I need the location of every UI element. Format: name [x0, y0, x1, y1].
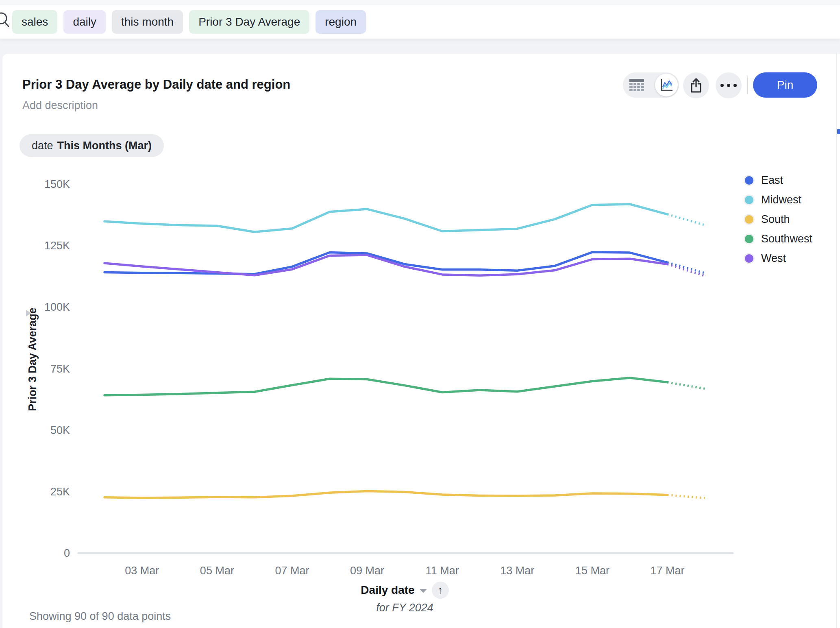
y-axis-tick-label: 75K [17, 363, 70, 375]
x-axis-tick-label: 17 Mar [641, 565, 694, 577]
chevron-down-icon[interactable] [420, 589, 427, 593]
right-scroll-indicator[interactable] [837, 129, 840, 134]
x-axis-tick-label: 03 Mar [115, 565, 168, 577]
x-axis-tick-label: 13 Mar [491, 565, 544, 577]
y-axis-tick-label: 100K [17, 301, 70, 314]
x-axis-field-label: Daily date [361, 584, 414, 597]
legend-label: East [761, 174, 783, 187]
legend-item-east[interactable]: East [745, 170, 812, 190]
search-icon [0, 10, 13, 33]
legend-item-west[interactable]: West [745, 249, 812, 268]
legend-dot [745, 176, 753, 185]
app-window: salesdailythis monthPrior 3 Day Averager… [0, 0, 840, 628]
legend-item-south[interactable]: South [745, 209, 812, 229]
move-up-button[interactable]: ↑ [432, 582, 449, 599]
legend-label: West [761, 252, 786, 265]
legend-label: Southwest [761, 233, 812, 245]
daily-date-control[interactable]: Daily date ↑ [104, 582, 705, 599]
ellipsis-icon [720, 83, 737, 87]
x-axis-tick-label: 11 Mar [416, 565, 469, 577]
axis-expand-icon[interactable] [26, 310, 31, 316]
y-axis-tick-label: 0 [17, 547, 70, 560]
toolbar-divider [747, 76, 748, 94]
chart-view-button[interactable] [655, 74, 678, 96]
search-token[interactable]: Prior 3 Day Average [189, 10, 309, 34]
date-filter-chip[interactable]: dateThis Months (Mar) [20, 134, 164, 157]
table-chart-toggle[interactable] [623, 72, 679, 98]
search-token[interactable]: daily [63, 10, 106, 34]
x-axis-tick-label: 15 Mar [566, 565, 619, 577]
legend-item-southwest[interactable]: Southwest [745, 229, 812, 249]
legend-dot [745, 235, 753, 243]
y-axis-tick-label: 50K [17, 424, 70, 437]
share-button[interactable] [683, 72, 709, 98]
search-token-row: salesdailythis monthPrior 3 Day Averager… [12, 10, 366, 34]
search-bar[interactable]: salesdailythis monthPrior 3 Day Averager… [0, 5, 840, 39]
legend-label: South [761, 213, 790, 226]
line-chart-icon [659, 78, 674, 92]
share-icon [689, 77, 703, 94]
top-strip [0, 0, 840, 5]
legend-dot [745, 215, 753, 224]
page-title: Prior 3 Day Average by Daily date and re… [22, 77, 290, 92]
x-axis-tick-label: 05 Mar [191, 565, 244, 577]
legend-dot [745, 254, 753, 263]
right-panel-edge [836, 54, 837, 628]
table-view-button table-icon[interactable] [629, 79, 645, 91]
y-axis-tick-label: 25K [17, 486, 70, 498]
legend-item-midwest[interactable]: Midwest [745, 190, 812, 209]
arrow-up-icon: ↑ [437, 585, 443, 596]
x-axis-tick-label: 09 Mar [341, 565, 394, 577]
search-token[interactable]: region [316, 10, 366, 34]
add-description[interactable]: Add description [22, 99, 98, 112]
fy-subtitle: for FY 2024 [104, 602, 705, 614]
x-axis-tick-label: 07 Mar [266, 565, 319, 577]
y-axis-tick-label: 150K [17, 178, 70, 191]
search-token[interactable]: this month [112, 10, 183, 34]
search-token[interactable]: sales [12, 10, 57, 34]
more-button[interactable] [716, 72, 742, 98]
chip-value: This Months (Mar) [57, 140, 152, 152]
y-axis-tick-label: 125K [17, 240, 70, 252]
pin-button[interactable]: Pin [753, 72, 817, 98]
chip-prefix: date [32, 140, 53, 152]
data-points-status: Showing 90 of 90 data points [29, 610, 171, 623]
legend-label: Midwest [761, 194, 801, 206]
chart-legend: EastMidwestSouthSouthwestWest [745, 170, 812, 268]
legend-dot [745, 196, 753, 204]
